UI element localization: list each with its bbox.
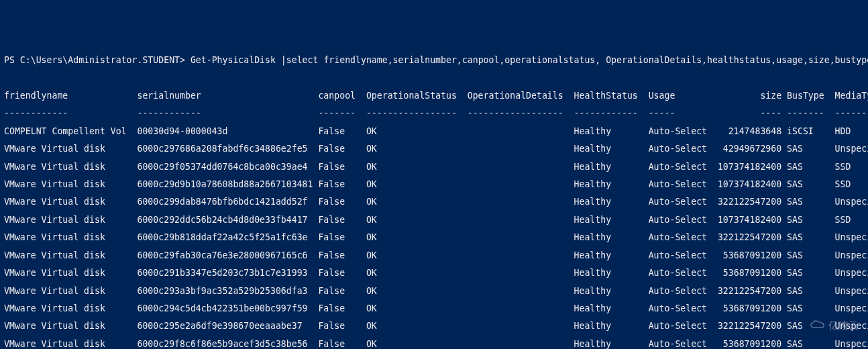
table-row: VMware Virtual disk 6000c29b818ddaf22a42… (4, 233, 864, 242)
table-row: VMware Virtual disk 6000c292ddc56b24cb4d… (4, 215, 864, 224)
table-row: VMware Virtual disk 6000c293a3bf9ac352a5… (4, 287, 864, 295)
watermark: 亿速云 (785, 309, 859, 342)
cloud-icon (785, 309, 826, 342)
table-row: VMware Virtual disk 6000c299dab8476bfb6b… (4, 197, 864, 206)
blank-line (4, 74, 864, 83)
ps-prompt: PS C:\Users\Administrator.STUDENT> (4, 55, 191, 65)
watermark-text: 亿速云 (828, 321, 859, 331)
table-row: VMware Virtual disk 6000c29f8c6f86e5b9ac… (4, 340, 864, 348)
table-row: VMware Virtual disk 6000c29d9b10a78608bd… (4, 180, 864, 189)
table-row: VMware Virtual disk 6000c295e2a6df9e3986… (4, 321, 864, 330)
powershell-terminal[interactable]: PS C:\Users\Administrator.STUDENT> Get-P… (0, 44, 868, 349)
table-row: VMware Virtual disk 6000c291b3347e5d203c… (4, 268, 864, 277)
prompt-line: PS C:\Users\Administrator.STUDENT> Get-P… (4, 56, 864, 64)
ps-command: Get-PhysicalDisk |select friendlyname,se… (191, 55, 868, 65)
table-header: friendlyname serialnumber canpool Operat… (4, 91, 864, 100)
table-row: VMware Virtual disk 6000c29f05374dd0764c… (4, 162, 864, 171)
table-body: COMPELNT Compellent Vol 00030d94-0000043… (4, 127, 864, 349)
table-row: VMware Virtual disk 6000c29fab30ca76e3e2… (4, 251, 864, 260)
table-row: VMware Virtual disk 6000c294c5d4cb422351… (4, 304, 864, 313)
table-row: COMPELNT Compellent Vol 00030d94-0000043… (4, 127, 864, 136)
table-divider: ------------ ------------ ------- ------… (4, 109, 864, 117)
table-row: VMware Virtual disk 6000c297686a208fabdf… (4, 144, 864, 153)
